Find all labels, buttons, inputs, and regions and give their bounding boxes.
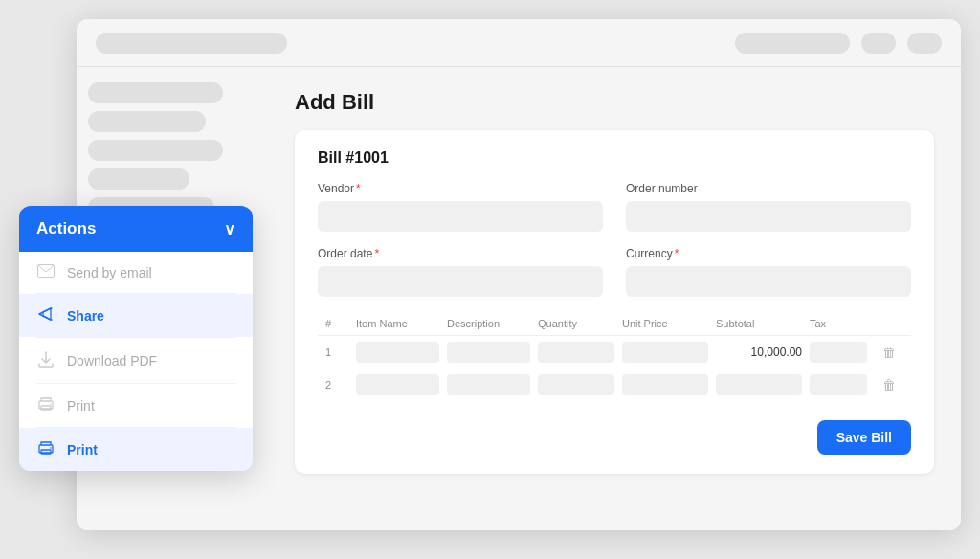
save-bill-button[interactable]: Save Bill — [817, 420, 911, 455]
print-dimmed-label: Print — [67, 398, 95, 414]
currency-required: * — [675, 247, 679, 260]
table-row: 2 🗑 — [318, 369, 911, 401]
row-1-delete[interactable]: 🗑 — [875, 345, 903, 360]
currency-group: Currency* — [626, 247, 911, 297]
row-2-item-name[interactable] — [356, 374, 439, 395]
actions-dropdown-header[interactable]: Actions ∨ — [19, 206, 253, 252]
dropdown-item-share[interactable]: Share — [19, 294, 253, 337]
table-header: # Item Name Description Quantity Unit Pr… — [318, 312, 911, 336]
currency-input[interactable] — [626, 266, 911, 297]
row-2-unit-price[interactable] — [622, 374, 708, 395]
svg-rect-3 — [41, 406, 51, 410]
sidebar-item-3[interactable] — [88, 140, 223, 161]
col-num: # — [325, 318, 348, 329]
col-unit-price: Unit Price — [622, 318, 708, 329]
bill-card: Bill #1001 Vendor* Order number — [295, 130, 934, 474]
row-1-description[interactable] — [447, 342, 530, 363]
currency-label: Currency* — [626, 247, 911, 260]
print-active-icon — [36, 440, 56, 458]
order-date-required: * — [374, 247, 379, 260]
actions-dropdown-title: Actions — [36, 219, 96, 238]
svg-marker-1 — [43, 308, 51, 320]
chevron-down-icon: ∨ — [224, 220, 235, 238]
vendor-input[interactable] — [318, 201, 603, 232]
download-icon — [36, 350, 56, 370]
email-icon — [36, 264, 56, 280]
print-active-label: Print — [67, 442, 98, 458]
svg-point-7 — [50, 447, 52, 449]
table-row: 1 10,000.00 🗑 — [318, 336, 911, 369]
page-title: Add Bill — [295, 90, 934, 115]
col-tax: Tax — [810, 318, 867, 329]
row-2-delete[interactable]: 🗑 — [875, 377, 903, 392]
svg-point-4 — [50, 403, 52, 405]
row-2-quantity[interactable] — [538, 374, 614, 395]
row-1-item-name[interactable] — [356, 342, 439, 363]
row-1-tax[interactable] — [810, 342, 867, 363]
share-icon — [36, 306, 56, 324]
dropdown-item-print-active[interactable]: Print — [19, 428, 253, 471]
vendor-label: Vendor* — [318, 182, 603, 195]
col-item-name: Item Name — [356, 318, 439, 329]
row-2-subtotal[interactable] — [716, 374, 802, 395]
topbar-pill-medium — [735, 33, 850, 54]
order-number-input[interactable] — [626, 201, 911, 232]
topbar-pill-wide — [96, 33, 287, 54]
top-bar — [77, 19, 961, 67]
col-description: Description — [447, 318, 530, 329]
send-email-label: Send by email — [67, 265, 152, 280]
main-content: Add Bill Bill #1001 Vendor* Order number — [268, 67, 961, 530]
dropdown-item-print-dimmed[interactable]: Print — [19, 384, 253, 427]
vendor-required: * — [356, 182, 361, 195]
col-actions — [875, 318, 903, 329]
bill-table: # Item Name Description Quantity Unit Pr… — [318, 312, 911, 401]
sidebar-item-4[interactable] — [88, 168, 189, 190]
col-quantity: Quantity — [538, 318, 614, 329]
form-row-vendor: Vendor* Order number — [318, 182, 911, 232]
topbar-pill-small-1 — [861, 33, 896, 54]
topbar-pill-small-2 — [907, 33, 942, 54]
dropdown-item-send-email[interactable]: Send by email — [19, 252, 253, 293]
sidebar-item-1[interactable] — [88, 82, 223, 103]
row-1-unit-price[interactable] — [622, 342, 708, 363]
actions-dropdown: Actions ∨ Send by email Share — [19, 206, 253, 471]
row-1-subtotal: 10,000.00 — [716, 346, 802, 359]
row-2-tax[interactable] — [810, 374, 867, 395]
row-2-num: 2 — [325, 379, 348, 391]
dropdown-item-download-pdf[interactable]: Download PDF — [19, 338, 253, 383]
order-number-group: Order number — [626, 182, 911, 232]
row-2-description[interactable] — [447, 374, 530, 395]
vendor-group: Vendor* — [318, 182, 603, 232]
print-icon-dimmed — [36, 396, 56, 414]
download-pdf-label: Download PDF — [67, 353, 157, 369]
order-date-group: Order date* — [318, 247, 603, 297]
svg-rect-6 — [41, 450, 51, 454]
row-1-quantity[interactable] — [538, 342, 614, 363]
form-row-date: Order date* Currency* — [318, 247, 911, 297]
sidebar-item-2[interactable] — [88, 111, 206, 132]
order-date-label: Order date* — [318, 247, 603, 260]
order-number-label: Order number — [626, 182, 911, 195]
bill-number: Bill #1001 — [318, 149, 911, 167]
row-1-num: 1 — [325, 347, 348, 358]
order-date-input[interactable] — [318, 266, 603, 297]
col-subtotal: Subtotal — [716, 318, 802, 329]
share-label: Share — [67, 308, 104, 324]
